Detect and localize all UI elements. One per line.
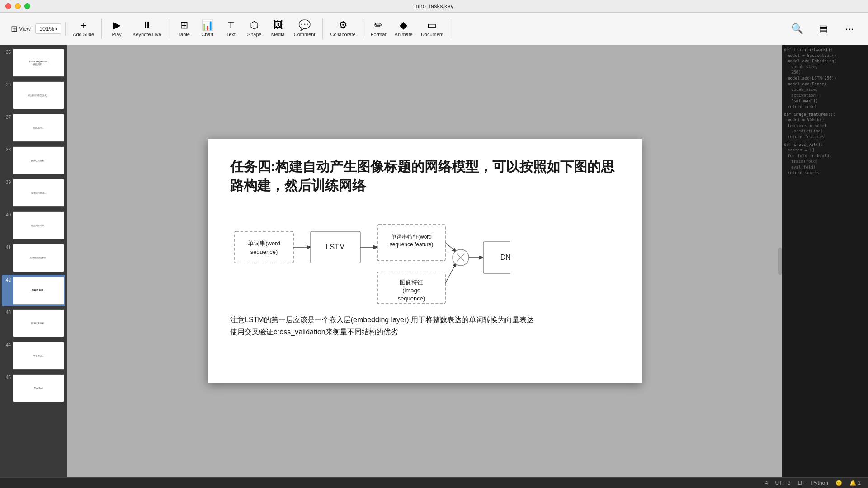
shape-label: Shape bbox=[247, 32, 262, 37]
table-button[interactable]: ⊞ Table bbox=[173, 19, 195, 39]
keynote-live-label: Keynote Live bbox=[132, 32, 161, 37]
media-icon: 🖼 bbox=[273, 20, 283, 30]
add-slide-icon: ＋ bbox=[79, 20, 89, 30]
comment-button[interactable]: 💬 Comment bbox=[290, 19, 319, 39]
slide-thumb-38[interactable]: 38 数据处理分析... bbox=[2, 145, 65, 176]
note2-text: 使用交叉验证cross_validation来衡量不同结构的优劣 bbox=[230, 326, 619, 338]
slide-canvas: 任务四:构建自动产生图像标题的网络模型，可以按照如下图的思路构建，然后训练网络 … bbox=[208, 139, 642, 383]
format-button[interactable]: ✏ Format bbox=[367, 19, 390, 39]
text-button[interactable]: T Text bbox=[220, 19, 242, 39]
insert-group: ⊞ Table 📊 Chart T Text ⬡ Shape 🖼 Media 💬… bbox=[169, 19, 323, 39]
add-slide-button[interactable]: ＋ Add Slide bbox=[69, 19, 98, 39]
language: Python bbox=[811, 480, 828, 486]
text-icon: T bbox=[228, 20, 234, 30]
svg-text:单词串特征(word: 单词串特征(word bbox=[391, 234, 432, 240]
slide-thumb-40[interactable]: 40 模型训练结果... bbox=[2, 210, 65, 241]
animate-button[interactable]: ◆ Animate bbox=[391, 19, 416, 39]
more-icon: ··· bbox=[845, 24, 854, 34]
slide-number: 4 bbox=[765, 480, 768, 486]
search-button[interactable]: 🔍 bbox=[786, 22, 808, 36]
view-group: ⊞ View 101% ▾ bbox=[4, 22, 66, 36]
svg-text:DNN: DNN bbox=[500, 253, 510, 261]
svg-text:sequence feature): sequence feature) bbox=[390, 241, 434, 248]
slide-thumb-39[interactable]: 39 深度学习基础... bbox=[2, 177, 65, 209]
toolbar: ⊞ View 101% ▾ ＋ Add Slide ▶ Play ⏸ Keyno… bbox=[0, 13, 868, 45]
slide-title: 任务四:构建自动产生图像标题的网络模型，可以按照如下图的思路构建，然后训练网络 bbox=[230, 157, 619, 195]
animate-icon: ◆ bbox=[400, 20, 407, 30]
media-label: Media bbox=[271, 32, 285, 37]
text-label: Text bbox=[226, 32, 236, 37]
main-area: 35 Linear Regression线性回归... 36 线性回归模型优化.… bbox=[0, 45, 868, 477]
keynote-live-icon: ⏸ bbox=[142, 20, 152, 30]
shape-icon: ⬡ bbox=[250, 20, 259, 30]
more-button[interactable]: ··· bbox=[838, 22, 861, 36]
add-slide-label: Add Slide bbox=[73, 32, 94, 37]
format-group: ✏ Format ◆ Animate ▭ Document bbox=[363, 19, 451, 39]
document-icon: ▭ bbox=[427, 20, 437, 30]
search-icon: 🔍 bbox=[791, 24, 803, 34]
maximize-button[interactable] bbox=[24, 3, 30, 9]
table-label: Table bbox=[178, 32, 190, 37]
svg-text:单词串(word: 单词串(word bbox=[248, 240, 280, 247]
right-code-panel: def train_network(): model = Sequential(… bbox=[782, 45, 868, 477]
title-bar: intro_tasks.key bbox=[0, 0, 868, 13]
slide-thumb-36[interactable]: 36 线性回归模型优化... bbox=[2, 80, 65, 111]
panel-button[interactable]: ▤ bbox=[812, 22, 835, 36]
panel-icon: ▤ bbox=[819, 24, 828, 34]
notification-count: 🔔 1 bbox=[849, 480, 861, 486]
svg-line-15 bbox=[445, 263, 456, 283]
encoding: UTF-8 bbox=[775, 480, 791, 486]
window-title: intro_tasks.key bbox=[415, 3, 454, 9]
slide-thumb-44[interactable]: 44 交叉验证... bbox=[2, 340, 65, 371]
format-label: Format bbox=[371, 32, 387, 37]
chart-icon: 📊 bbox=[201, 20, 213, 30]
shape-button[interactable]: ⬡ Shape bbox=[243, 19, 266, 39]
view-button[interactable]: ⊞ View bbox=[7, 22, 34, 36]
zoom-button[interactable]: 101% ▾ bbox=[35, 23, 61, 34]
status-bar: 4 UTF-8 LF Python 🙂 🔔 1 bbox=[0, 477, 868, 488]
svg-text:图像特征: 图像特征 bbox=[400, 279, 423, 286]
smiley-icon: 🙂 bbox=[835, 480, 842, 486]
svg-text:(image: (image bbox=[402, 287, 420, 294]
svg-text:sequence): sequence) bbox=[398, 295, 425, 302]
comment-icon: 💬 bbox=[298, 20, 311, 30]
svg-text:LSTM: LSTM bbox=[326, 243, 345, 251]
slide-thumb-37[interactable]: 37 代码示例... bbox=[2, 112, 65, 144]
slide-thumb-42[interactable]: 42 任务四:构建... bbox=[2, 275, 65, 306]
scrollbar[interactable] bbox=[778, 248, 782, 275]
media-button[interactable]: 🖼 Media bbox=[267, 19, 289, 39]
svg-text:sequence): sequence) bbox=[250, 249, 278, 255]
table-icon: ⊞ bbox=[180, 20, 188, 30]
keynote-live-button[interactable]: ⏸ Keynote Live bbox=[129, 19, 165, 39]
slide-thumb-45[interactable]: 45 The End bbox=[2, 372, 65, 404]
collaborate-button[interactable]: ⚙ Collaborate bbox=[326, 19, 359, 39]
animate-label: Animate bbox=[395, 32, 413, 37]
chart-button[interactable]: 📊 Chart bbox=[196, 19, 219, 39]
traffic-lights bbox=[5, 3, 30, 9]
slide-thumb-35[interactable]: 35 Linear Regression线性回归... bbox=[2, 47, 65, 79]
comment-label: Comment bbox=[294, 32, 316, 37]
slide-note1: 注意LSTM的第一层应该是一个嵌入层(embedding layer),用于将整… bbox=[230, 314, 619, 338]
play-group: ▶ Play ⏸ Keynote Live bbox=[102, 19, 169, 39]
collaborate-icon: ⚙ bbox=[339, 20, 348, 30]
play-button[interactable]: ▶ Play bbox=[105, 19, 128, 39]
note1-text: 注意LSTM的第一层应该是一个嵌入层(embedding layer),用于将整… bbox=[230, 314, 619, 326]
document-button[interactable]: ▭ Document bbox=[417, 19, 447, 39]
play-icon: ▶ bbox=[113, 20, 121, 30]
add-slide-group: ＋ Add Slide bbox=[66, 19, 102, 39]
collaborate-label: Collaborate bbox=[330, 32, 355, 37]
slide-thumb-43[interactable]: 43 验证结果分析... bbox=[2, 307, 65, 339]
slide-panel[interactable]: 35 Linear Regression线性回归... 36 线性回归模型优化.… bbox=[0, 45, 67, 477]
play-label: Play bbox=[112, 32, 121, 37]
zoom-value: 101% bbox=[39, 25, 54, 32]
canvas-area[interactable]: 任务四:构建自动产生图像标题的网络模型，可以按照如下图的思路构建，然后训练网络 … bbox=[67, 45, 782, 477]
collaborate-group: ⚙ Collaborate bbox=[323, 19, 363, 39]
format-icon: ✏ bbox=[374, 20, 382, 30]
chart-label: Chart bbox=[201, 32, 213, 37]
minimize-button[interactable] bbox=[15, 3, 21, 9]
svg-line-10 bbox=[445, 243, 456, 252]
document-label: Document bbox=[421, 32, 443, 37]
slide-thumb-41[interactable]: 41 图像数据集处理... bbox=[2, 242, 65, 274]
close-button[interactable] bbox=[5, 3, 11, 9]
view-label: View bbox=[19, 26, 31, 32]
